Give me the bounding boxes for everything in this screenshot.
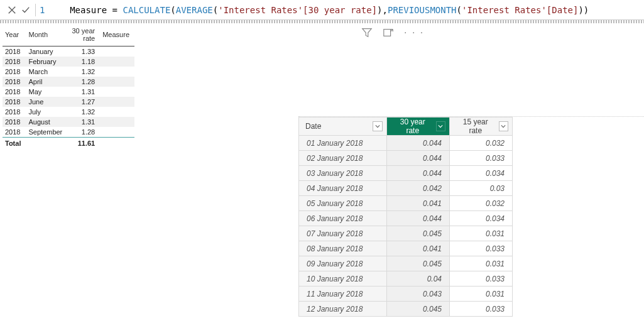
matrix-cell-measure xyxy=(100,87,134,97)
grid-cell-rate15: 0.034 xyxy=(450,166,513,181)
matrix-cell-month: February xyxy=(26,57,67,67)
data-grid: Date 30 year rate 15 y xyxy=(298,117,513,317)
matrix-header-measure[interactable]: Measure xyxy=(100,26,134,46)
formula-measure-name: Measure xyxy=(70,5,107,15)
matrix-cell-month: May xyxy=(26,87,67,97)
matrix-visual[interactable]: Year Month 30 year rate Measure 2018Janu… xyxy=(0,23,298,333)
grid-cell-rate15: 0.031 xyxy=(450,226,513,241)
grid-row[interactable]: 11 January 20180.0430.031 xyxy=(299,287,513,302)
grid-row[interactable]: 10 January 20180.040.033 xyxy=(299,271,513,287)
cancel-formula-button[interactable] xyxy=(5,3,19,17)
matrix-cell-year: 2018 xyxy=(3,127,26,138)
grid-row[interactable]: 04 January 20180.0420.03 xyxy=(299,181,513,196)
matrix-total-label: Total xyxy=(3,138,26,150)
matrix-cell-measure xyxy=(100,127,134,138)
dropdown-icon[interactable] xyxy=(499,121,508,131)
matrix-row[interactable]: 2018February1.18 xyxy=(3,57,134,67)
grid-cell-rate30: 0.041 xyxy=(387,196,450,211)
workspace: Year Month 30 year rate Measure 2018Janu… xyxy=(0,23,644,333)
matrix-cell-year: 2018 xyxy=(3,97,26,107)
matrix-cell-month: April xyxy=(26,77,67,87)
grid-row[interactable]: 06 January 20180.0440.034 xyxy=(299,211,513,226)
formula-input[interactable]: Measure = CALCULATE(AVERAGE('Interest Ra… xyxy=(48,0,589,25)
grid-row[interactable]: 12 January 20180.0450.033 xyxy=(299,302,513,317)
grid-row[interactable]: 03 January 20180.0440.034 xyxy=(299,166,513,181)
formula-line-number: 1 xyxy=(40,5,48,15)
grid-cell-rate30: 0.045 xyxy=(387,302,450,317)
matrix-cell-month: September xyxy=(26,127,67,138)
matrix-cell-rate: 1.27 xyxy=(67,97,100,107)
matrix-total-value: 11.61 xyxy=(67,138,100,150)
grid-cell-rate15: 0.033 xyxy=(450,302,513,317)
matrix-row[interactable]: 2018September1.28 xyxy=(3,127,134,138)
matrix-row[interactable]: 2018May1.31 xyxy=(3,87,134,97)
grid-cell-rate30: 0.042 xyxy=(387,181,450,196)
grid-cell-date: 12 January 2018 xyxy=(299,302,387,317)
formula-bar: 1 Measure = CALCULATE(AVERAGE('Interest … xyxy=(0,0,644,20)
matrix-cell-year: 2018 xyxy=(3,107,26,117)
matrix-row[interactable]: 2018January1.33 xyxy=(3,46,134,57)
visual-header-toolbar: · · · xyxy=(361,27,424,40)
grid-header-date[interactable]: Date xyxy=(299,117,387,136)
data-preview-pane: · · · Date 30 year rate xyxy=(298,23,644,333)
grid-row[interactable]: 05 January 20180.0410.032 xyxy=(299,196,513,211)
matrix-cell-rate: 1.32 xyxy=(67,107,100,117)
grid-cell-date: 09 January 2018 xyxy=(299,256,387,271)
matrix-header-month[interactable]: Month xyxy=(26,26,67,46)
grid-row[interactable]: 01 January 20180.0440.032 xyxy=(299,136,513,151)
grid-cell-rate30: 0.044 xyxy=(387,166,450,181)
matrix-cell-rate: 1.33 xyxy=(67,46,100,57)
matrix-cell-year: 2018 xyxy=(3,77,26,87)
check-icon xyxy=(21,6,30,14)
matrix-header-rate[interactable]: 30 year rate xyxy=(67,26,100,46)
matrix-total-row: Total 11.61 xyxy=(3,138,134,150)
dropdown-icon[interactable] xyxy=(436,121,445,131)
grid-row[interactable]: 09 January 20180.0450.031 xyxy=(299,256,513,271)
matrix-cell-month: August xyxy=(26,117,67,127)
grid-cell-rate30: 0.043 xyxy=(387,287,450,302)
matrix-cell-year: 2018 xyxy=(3,67,26,77)
grid-cell-rate30: 0.045 xyxy=(387,226,450,241)
matrix-row[interactable]: 2018August1.31 xyxy=(3,117,134,127)
matrix-cell-rate: 1.28 xyxy=(67,77,100,87)
focus-mode-icon[interactable] xyxy=(383,27,394,40)
matrix-cell-year: 2018 xyxy=(3,117,26,127)
close-icon xyxy=(8,6,16,14)
grid-row[interactable]: 07 January 20180.0450.031 xyxy=(299,226,513,241)
grid-row[interactable]: 08 January 20180.0410.033 xyxy=(299,241,513,256)
matrix-row[interactable]: 2018March1.32 xyxy=(3,67,134,77)
grid-cell-date: 08 January 2018 xyxy=(299,241,387,256)
matrix-cell-year: 2018 xyxy=(3,57,26,67)
matrix-row[interactable]: 2018June1.27 xyxy=(3,97,134,107)
dropdown-icon[interactable] xyxy=(373,121,383,131)
matrix-cell-rate: 1.18 xyxy=(67,57,100,67)
matrix-row[interactable]: 2018April1.28 xyxy=(3,77,134,87)
more-options-icon[interactable]: · · · xyxy=(404,27,424,40)
grid-cell-date: 05 January 2018 xyxy=(299,196,387,211)
matrix-cell-month: July xyxy=(26,107,67,117)
grid-cell-rate30: 0.04 xyxy=(387,271,450,287)
matrix-table: Year Month 30 year rate Measure 2018Janu… xyxy=(3,26,134,149)
matrix-cell-measure xyxy=(100,117,134,127)
grid-cell-rate30: 0.045 xyxy=(387,256,450,271)
grid-cell-rate30: 0.044 xyxy=(387,151,450,166)
grid-cell-rate15: 0.031 xyxy=(450,287,513,302)
grid-cell-rate15: 0.033 xyxy=(450,241,513,256)
grid-header-rate15[interactable]: 15 year rate xyxy=(450,117,513,136)
grid-cell-date: 07 January 2018 xyxy=(299,226,387,241)
matrix-cell-measure xyxy=(100,107,134,117)
filter-icon[interactable] xyxy=(361,27,373,40)
grid-cell-date: 10 January 2018 xyxy=(299,271,387,287)
matrix-cell-measure xyxy=(100,57,134,67)
grid-header-rate30[interactable]: 30 year rate xyxy=(387,117,450,136)
matrix-cell-measure xyxy=(100,97,134,107)
grid-cell-rate30: 0.044 xyxy=(387,136,450,151)
grid-row[interactable]: 02 January 20180.0440.033 xyxy=(299,151,513,166)
matrix-row[interactable]: 2018July1.32 xyxy=(3,107,134,117)
matrix-header-year[interactable]: Year xyxy=(3,26,26,46)
matrix-header-row: Year Month 30 year rate Measure xyxy=(3,26,134,46)
matrix-cell-year: 2018 xyxy=(3,87,26,97)
commit-formula-button[interactable] xyxy=(19,3,33,17)
matrix-cell-measure xyxy=(100,46,134,57)
matrix-cell-rate: 1.28 xyxy=(67,127,100,138)
